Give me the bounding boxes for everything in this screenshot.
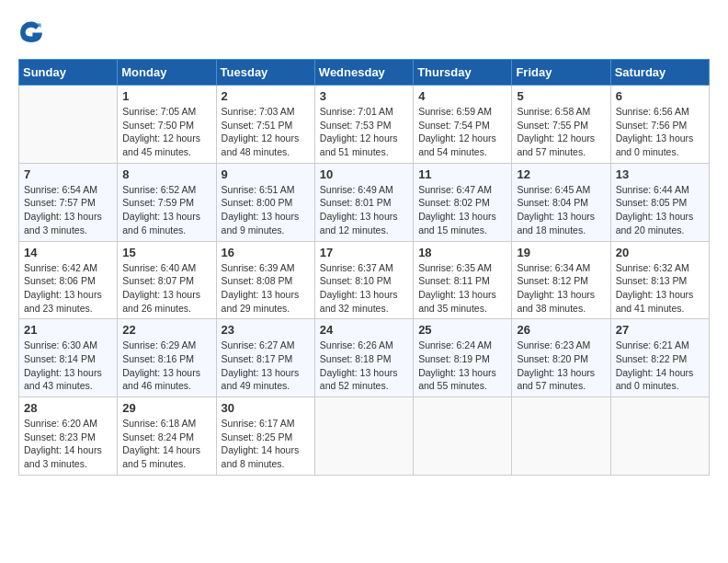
calendar-cell — [512, 397, 610, 476]
day-number: 26 — [517, 323, 605, 337]
day-number: 24 — [320, 323, 408, 337]
day-info: Sunrise: 7:01 AMSunset: 7:53 PMDaylight:… — [320, 105, 408, 159]
day-number: 4 — [418, 89, 506, 103]
calendar-cell: 21Sunrise: 6:30 AMSunset: 8:14 PMDayligh… — [19, 319, 118, 397]
day-info: Sunrise: 7:03 AMSunset: 7:51 PMDaylight:… — [222, 105, 310, 159]
calendar-cell: 26Sunrise: 6:23 AMSunset: 8:20 PMDayligh… — [512, 319, 610, 397]
day-info: Sunrise: 6:18 AMSunset: 8:24 PMDaylight:… — [122, 417, 210, 471]
day-info: Sunrise: 6:40 AMSunset: 8:07 PMDaylight:… — [122, 261, 210, 316]
day-info: Sunrise: 6:32 AMSunset: 8:13 PMDaylight:… — [616, 261, 704, 316]
day-number: 1 — [122, 89, 210, 103]
calendar-cell: 23Sunrise: 6:27 AMSunset: 8:17 PMDayligh… — [216, 319, 314, 397]
calendar-week-row: 28Sunrise: 6:20 AMSunset: 8:23 PMDayligh… — [19, 397, 710, 476]
calendar-cell: 27Sunrise: 6:21 AMSunset: 8:22 PMDayligh… — [610, 319, 709, 397]
calendar-cell: 2Sunrise: 7:03 AMSunset: 7:51 PMDaylight… — [216, 86, 314, 164]
calendar-cell — [414, 397, 512, 476]
day-info: Sunrise: 6:20 AMSunset: 8:23 PMDaylight:… — [24, 417, 112, 471]
day-info: Sunrise: 6:59 AMSunset: 7:54 PMDaylight:… — [418, 105, 506, 159]
day-number: 10 — [320, 167, 408, 181]
calendar-cell: 3Sunrise: 7:01 AMSunset: 7:53 PMDaylight… — [314, 86, 413, 164]
day-number: 2 — [222, 89, 310, 103]
header — [18, 18, 710, 44]
day-info: Sunrise: 6:45 AMSunset: 8:04 PMDaylight:… — [517, 183, 605, 237]
day-info: Sunrise: 6:30 AMSunset: 8:14 PMDaylight:… — [24, 339, 112, 393]
day-info: Sunrise: 6:44 AMSunset: 8:05 PMDaylight:… — [616, 183, 704, 237]
day-number: 7 — [24, 167, 112, 181]
calendar-cell: 11Sunrise: 6:47 AMSunset: 8:02 PMDayligh… — [414, 163, 512, 241]
days-header-row: SundayMondayTuesdayWednesdayThursdayFrid… — [19, 60, 710, 86]
day-header-tuesday: Tuesday — [216, 60, 314, 86]
day-number: 5 — [517, 89, 605, 103]
day-header-monday: Monday — [118, 60, 216, 86]
calendar-week-row: 14Sunrise: 6:42 AMSunset: 8:06 PMDayligh… — [19, 241, 710, 319]
day-header-friday: Friday — [512, 60, 610, 86]
calendar-cell: 30Sunrise: 6:17 AMSunset: 8:25 PMDayligh… — [216, 397, 314, 476]
calendar-cell: 20Sunrise: 6:32 AMSunset: 8:13 PMDayligh… — [610, 241, 709, 319]
calendar-cell: 10Sunrise: 6:49 AMSunset: 8:01 PMDayligh… — [314, 163, 413, 241]
calendar-cell: 28Sunrise: 6:20 AMSunset: 8:23 PMDayligh… — [19, 397, 118, 476]
day-number: 9 — [222, 167, 310, 181]
day-info: Sunrise: 6:26 AMSunset: 8:18 PMDaylight:… — [320, 339, 408, 393]
day-header-saturday: Saturday — [610, 60, 709, 86]
day-number: 19 — [517, 246, 605, 259]
calendar-cell: 7Sunrise: 6:54 AMSunset: 7:57 PMDaylight… — [19, 163, 118, 241]
calendar-cell: 8Sunrise: 6:52 AMSunset: 7:59 PMDaylight… — [118, 163, 216, 241]
day-header-sunday: Sunday — [19, 60, 118, 86]
day-number: 16 — [222, 246, 310, 259]
calendar-cell: 5Sunrise: 6:58 AMSunset: 7:55 PMDaylight… — [512, 86, 610, 164]
calendar-cell: 25Sunrise: 6:24 AMSunset: 8:19 PMDayligh… — [414, 319, 512, 397]
day-header-thursday: Thursday — [414, 60, 512, 86]
day-info: Sunrise: 6:27 AMSunset: 8:17 PMDaylight:… — [222, 339, 310, 393]
calendar-cell — [19, 86, 118, 164]
day-info: Sunrise: 6:29 AMSunset: 8:16 PMDaylight:… — [122, 339, 210, 393]
day-number: 12 — [517, 167, 605, 181]
calendar-cell: 19Sunrise: 6:34 AMSunset: 8:12 PMDayligh… — [512, 241, 610, 319]
calendar-cell — [314, 397, 413, 476]
calendar-week-row: 1Sunrise: 7:05 AMSunset: 7:50 PMDaylight… — [19, 86, 710, 164]
day-number: 11 — [418, 167, 506, 181]
day-number: 18 — [418, 246, 506, 259]
calendar-cell: 16Sunrise: 6:39 AMSunset: 8:08 PMDayligh… — [216, 241, 314, 319]
day-number: 20 — [616, 246, 704, 259]
calendar-cell: 13Sunrise: 6:44 AMSunset: 8:05 PMDayligh… — [610, 163, 709, 241]
day-info: Sunrise: 6:54 AMSunset: 7:57 PMDaylight:… — [24, 183, 112, 237]
calendar-cell: 18Sunrise: 6:35 AMSunset: 8:11 PMDayligh… — [414, 241, 512, 319]
calendar-cell: 15Sunrise: 6:40 AMSunset: 8:07 PMDayligh… — [118, 241, 216, 319]
day-info: Sunrise: 6:39 AMSunset: 8:08 PMDaylight:… — [222, 261, 310, 316]
day-number: 14 — [24, 246, 112, 259]
calendar-cell: 4Sunrise: 6:59 AMSunset: 7:54 PMDaylight… — [414, 86, 512, 164]
generalblue-logo-icon — [18, 18, 44, 44]
day-info: Sunrise: 6:21 AMSunset: 8:22 PMDaylight:… — [616, 339, 704, 393]
day-number: 3 — [320, 89, 408, 103]
calendar-week-row: 7Sunrise: 6:54 AMSunset: 7:57 PMDaylight… — [19, 163, 710, 241]
calendar-table: SundayMondayTuesdayWednesdayThursdayFrid… — [18, 59, 710, 476]
day-number: 15 — [122, 246, 210, 259]
day-number: 8 — [122, 167, 210, 181]
day-number: 23 — [222, 323, 310, 337]
calendar-cell: 12Sunrise: 6:45 AMSunset: 8:04 PMDayligh… — [512, 163, 610, 241]
calendar-cell: 14Sunrise: 6:42 AMSunset: 8:06 PMDayligh… — [19, 241, 118, 319]
day-info: Sunrise: 6:58 AMSunset: 7:55 PMDaylight:… — [517, 105, 605, 159]
day-info: Sunrise: 6:17 AMSunset: 8:25 PMDaylight:… — [222, 417, 310, 471]
day-info: Sunrise: 6:42 AMSunset: 8:06 PMDaylight:… — [24, 261, 112, 316]
calendar-cell: 29Sunrise: 6:18 AMSunset: 8:24 PMDayligh… — [118, 397, 216, 476]
day-number: 27 — [616, 323, 704, 337]
day-number: 13 — [616, 167, 704, 181]
day-info: Sunrise: 6:56 AMSunset: 7:56 PMDaylight:… — [616, 105, 704, 159]
day-info: Sunrise: 6:49 AMSunset: 8:01 PMDaylight:… — [320, 183, 408, 237]
logo — [18, 18, 48, 44]
day-number: 22 — [122, 323, 210, 337]
day-header-wednesday: Wednesday — [314, 60, 413, 86]
calendar-cell: 17Sunrise: 6:37 AMSunset: 8:10 PMDayligh… — [314, 241, 413, 319]
calendar-cell: 24Sunrise: 6:26 AMSunset: 8:18 PMDayligh… — [314, 319, 413, 397]
day-number: 17 — [320, 246, 408, 259]
calendar-cell: 1Sunrise: 7:05 AMSunset: 7:50 PMDaylight… — [118, 86, 216, 164]
day-info: Sunrise: 6:24 AMSunset: 8:19 PMDaylight:… — [418, 339, 506, 393]
day-number: 25 — [418, 323, 506, 337]
calendar-cell: 9Sunrise: 6:51 AMSunset: 8:00 PMDaylight… — [216, 163, 314, 241]
calendar-cell: 22Sunrise: 6:29 AMSunset: 8:16 PMDayligh… — [118, 319, 216, 397]
day-number: 29 — [122, 401, 210, 415]
day-info: Sunrise: 6:52 AMSunset: 7:59 PMDaylight:… — [122, 183, 210, 237]
day-info: Sunrise: 6:47 AMSunset: 8:02 PMDaylight:… — [418, 183, 506, 237]
day-number: 30 — [222, 401, 310, 415]
